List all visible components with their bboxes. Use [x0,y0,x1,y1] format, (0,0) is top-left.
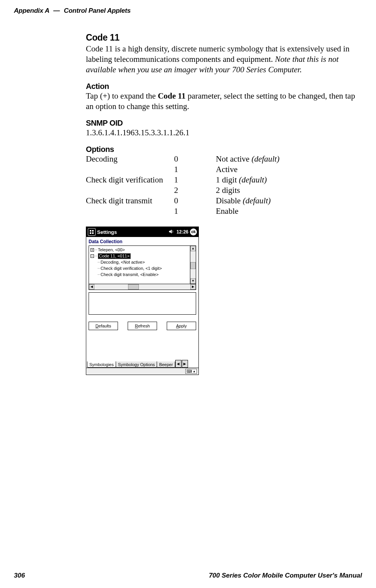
opt-default: (default) [243,196,270,205]
opt-param [86,185,174,196]
tab-symbology-options[interactable]: Symbology Options [116,361,157,368]
tree-connector: ┈ [97,259,100,265]
btn-accel: A [176,324,179,328]
sip-button[interactable]: ⌨▲ [185,369,197,374]
titlebar-clock: 12:26 [176,229,188,235]
opt-code: 0 [174,154,216,164]
opt-param: Check digit transmit [86,196,174,206]
heading-code11: Code 11 [86,32,363,43]
scroll-thumb[interactable] [128,284,139,290]
opt-desc: 1 digit (default) [216,175,363,185]
defaults-button[interactable]: Defaults [89,322,118,330]
opt-param: Check digit verification [86,175,174,185]
opt-code: 1 [174,164,216,175]
tab-scroll-left-icon[interactable]: ◀ [175,360,181,368]
tree-node-code11[interactable]: − ┈ Code 11, <011> [91,253,190,259]
running-footer: 306 700 Series Color Mobile Computer Use… [14,572,362,579]
opt-param [86,206,174,216]
opt-desc: Active [216,164,363,175]
tree-label: Check digit transmit, <Enable> [101,271,159,278]
tree-content[interactable]: + ┈ Telepen, <00> − ┈ Code 11, <011> ┈ D… [89,246,190,284]
heading-snmp: SNMP OID [86,119,363,128]
scroll-track[interactable] [190,251,196,278]
options-table: Decoding 0 Not active (default) 1 Active… [86,154,363,216]
running-header: Appendix A — Control Panel Applets [14,7,362,15]
tree-connector: ┈ [95,253,97,259]
option-edit-box[interactable] [89,292,196,315]
tree-label: Telepen, <00> [98,247,125,253]
collapse-icon[interactable]: − [91,254,94,258]
titlebar: Settings 12:26 ok [86,227,198,237]
opt-param: Decoding [86,154,174,164]
tree-node-check-digit-verif[interactable]: ┈ Check digit verification, <1 digit> [91,265,190,271]
opt-code: 2 [174,185,216,196]
v-scrollbar[interactable]: ▲ ▼ [190,246,196,284]
tree-connector: ┈ [97,265,100,271]
opt-desc: Enable [216,206,363,216]
sip-bar: ⌨▲ [86,368,198,375]
applet-title: Data Collection [86,237,198,245]
btn-accel: R [135,324,138,328]
opt-desc-text: 1 digit [216,175,239,184]
keyboard-icon: ⌨ [186,369,192,373]
refresh-button[interactable]: Refresh [128,322,157,330]
snmp-oid-value: 1.3.6.1.4.1.1963.15.3.3.1.1.26.1 [86,128,363,138]
volume-icon[interactable] [169,229,174,235]
btn-rest: efresh [138,324,150,328]
content-column: Code 11 Code 11 is a high density, discr… [86,30,363,375]
opt-param [86,164,174,175]
scroll-track[interactable] [94,284,190,290]
scroll-thumb[interactable] [190,262,196,269]
apply-button[interactable]: Apply [167,322,196,330]
tree-connector: ┈ [97,271,100,278]
header-letter: A [45,7,49,14]
ok-button[interactable]: ok [190,228,197,235]
start-icon[interactable] [88,228,96,236]
scroll-right-icon[interactable]: ▶ [190,284,196,290]
page-number: 306 [14,572,25,579]
tree-label: Decoding, <Not active> [101,259,145,265]
expand-icon[interactable]: + [91,248,94,252]
h-scrollbar[interactable]: ◀ ▶ [89,284,196,290]
tab-symbologies[interactable]: Symbologies [87,361,116,368]
heading-options: Options [86,145,363,154]
para-action-bold: Code 11 [158,91,186,101]
header-appendix: Appendix [14,7,43,14]
opt-code: 1 [174,206,216,216]
book-title: 700 Series Color Mobile Computer User's … [209,572,362,579]
tree-label: Check digit verification, <1 digit> [101,265,162,271]
tree-view[interactable]: + ┈ Telepen, <00> − ┈ Code 11, <011> ┈ D… [89,245,196,284]
tree-node-decoding[interactable]: ┈ Decoding, <Not active> [91,259,190,265]
btn-rest: efaults [99,324,111,328]
para-action: Tap (+) to expand the Code 11 parameter,… [86,91,363,112]
svg-rect-0 [90,230,91,232]
chevron-up-icon: ▲ [193,370,196,373]
opt-desc-text: 2 digits [216,186,240,195]
heading-action: Action [86,82,363,91]
pocketpc-screenshot: Settings 12:26 ok Data Collection + ┈ Te… [86,227,199,375]
svg-marker-4 [169,230,172,233]
button-row: Defaults Refresh Apply [89,322,196,330]
opt-desc: Not active (default) [216,154,363,164]
para-action-pre: Tap (+) to expand the [86,91,158,101]
tree-node-check-digit-transmit[interactable]: ┈ Check digit transmit, <Enable> [91,271,190,278]
opt-desc: 2 digits [216,185,363,196]
tab-beeper[interactable]: Beeper [157,361,175,368]
header-dash: — [53,7,60,14]
scroll-down-icon[interactable]: ▼ [190,278,196,284]
tab-scroll-right-icon[interactable]: ▶ [182,360,188,368]
titlebar-app: Settings [97,229,169,235]
opt-desc-text: Not active [216,154,251,164]
tree-node-telepen[interactable]: + ┈ Telepen, <00> [91,247,190,253]
opt-default: (default) [239,175,267,184]
scroll-up-icon[interactable]: ▲ [190,246,196,251]
scroll-left-icon[interactable]: ◀ [89,284,94,290]
header-section: Control Panel Applets [64,7,131,14]
svg-rect-1 [92,230,94,232]
opt-desc-text: Enable [216,206,238,216]
svg-rect-2 [90,232,91,234]
opt-code: 0 [174,196,216,206]
opt-desc-text: Disable [216,196,243,205]
svg-rect-3 [92,232,94,234]
opt-desc: Disable (default) [216,196,363,206]
